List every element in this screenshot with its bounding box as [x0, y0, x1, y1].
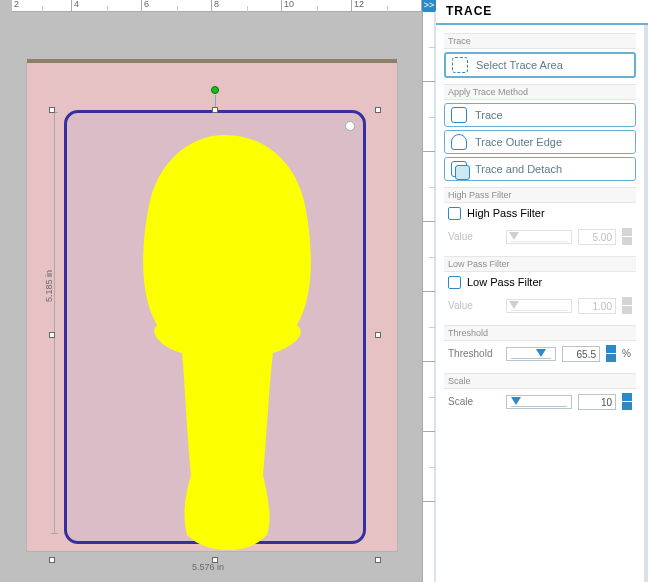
- trace-outer-label: Trace Outer Edge: [475, 136, 562, 148]
- design-canvas[interactable]: 5.185 in 5.576 in: [12, 12, 422, 582]
- threshold-unit: %: [622, 348, 632, 359]
- threshold-label: Threshold: [448, 348, 500, 359]
- lpf-slider: [506, 299, 572, 313]
- select-trace-area-label: Select Trace Area: [476, 59, 563, 71]
- group-header-hpf: High Pass Filter: [444, 187, 636, 203]
- ruler-tick: 10: [284, 0, 294, 9]
- trace-icon: [451, 107, 467, 123]
- lpf-value: 1.00: [578, 298, 616, 314]
- trace-panel: TRACE Trace Select Trace Area Apply Trac…: [434, 0, 648, 582]
- traced-shape: [127, 135, 327, 550]
- trace-outer-edge-button[interactable]: Trace Outer Edge: [444, 130, 636, 154]
- ruler-tick: 6: [144, 0, 149, 9]
- scale-value[interactable]: 10: [578, 394, 616, 410]
- canvas-area[interactable]: 2 4 6 8 10 12 >> 5.185 in 5.576 in: [0, 0, 434, 582]
- lpf-checkbox[interactable]: [448, 276, 461, 289]
- trace-button[interactable]: Trace: [444, 103, 636, 127]
- ruler-vertical: [422, 12, 434, 582]
- ruler-tick: 12: [354, 0, 364, 9]
- dimension-width-label: 5.576 in: [192, 562, 224, 572]
- hpf-value-label: Value: [448, 231, 500, 242]
- scale-spinner[interactable]: [622, 393, 632, 411]
- select-area-icon: [452, 57, 468, 73]
- trace-label: Trace: [475, 109, 503, 121]
- group-header-method: Apply Trace Method: [444, 84, 636, 100]
- threshold-spinner[interactable]: [606, 345, 616, 363]
- hpf-spinner: [622, 228, 632, 246]
- hpf-checkbox-label: High Pass Filter: [467, 207, 545, 219]
- trace-selection[interactable]: [64, 110, 366, 544]
- ruler-tick: 4: [74, 0, 79, 9]
- trace-outer-icon: [451, 134, 467, 150]
- hpf-checkbox[interactable]: [448, 207, 461, 220]
- lpf-checkbox-label: Low Pass Filter: [467, 276, 542, 288]
- scale-label: Scale: [448, 396, 500, 407]
- threshold-value[interactable]: 65.5: [562, 346, 600, 362]
- group-header-scale: Scale: [444, 373, 636, 389]
- lpf-spinner: [622, 297, 632, 315]
- ruler-tick: 2: [14, 0, 19, 9]
- group-header-trace: Trace: [444, 33, 636, 49]
- group-header-threshold: Threshold: [444, 325, 636, 341]
- panel-title: TRACE: [436, 0, 648, 25]
- threshold-slider[interactable]: [506, 347, 556, 361]
- group-header-lpf: Low Pass Filter: [444, 256, 636, 272]
- trace-detach-icon: [451, 161, 467, 177]
- ruler-horizontal: 2 4 6 8 10 12: [12, 0, 434, 12]
- select-trace-area-button[interactable]: Select Trace Area: [444, 52, 636, 78]
- panel-collapse-toggle[interactable]: >>: [422, 0, 436, 12]
- resize-handle-se[interactable]: [375, 557, 381, 563]
- scale-slider[interactable]: [506, 395, 572, 409]
- resize-handle-sw[interactable]: [49, 557, 55, 563]
- trace-detach-button[interactable]: Trace and Detach: [444, 157, 636, 181]
- hpf-slider: [506, 230, 572, 244]
- ruler-tick: 8: [214, 0, 219, 9]
- selection-close-icon[interactable]: [345, 121, 355, 131]
- lpf-value-label: Value: [448, 300, 500, 311]
- dimension-height-label: 5.185 in: [44, 270, 54, 302]
- dimension-guide-v: [54, 112, 55, 534]
- hpf-value: 5.00: [578, 229, 616, 245]
- trace-detach-label: Trace and Detach: [475, 163, 562, 175]
